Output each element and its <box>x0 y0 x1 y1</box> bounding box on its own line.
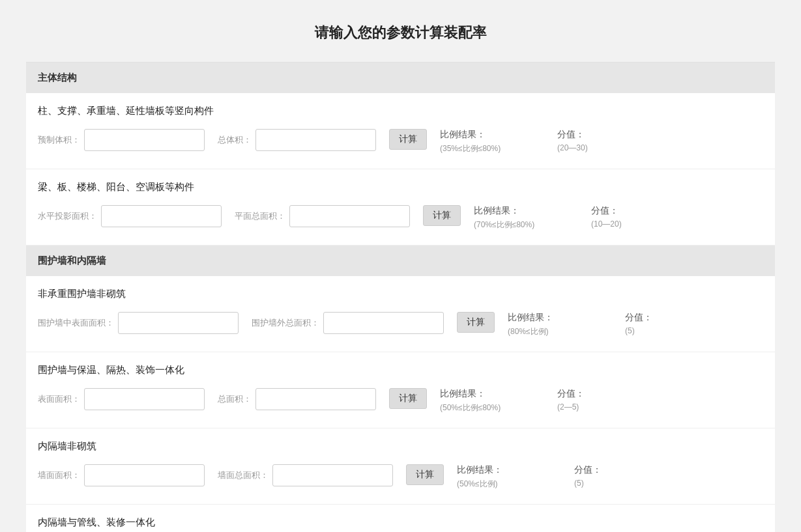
ratio-result-label: 比例结果： <box>440 388 544 400</box>
block-title: 非承重围护墙非砌筑 <box>38 288 763 300</box>
input-total-volume[interactable] <box>255 129 376 151</box>
input-wall-total-area[interactable] <box>272 464 393 486</box>
input-enclosure-outer-area[interactable] <box>323 312 444 334</box>
block-enclosure-integrated: 围护墙与保温、隔热、装饰一体化 表面面积： 总面积： 计算 比例结果： (50%… <box>26 352 775 428</box>
score-result: 分值： (2—5) <box>557 388 635 413</box>
score-result: 分值： (20—30) <box>557 129 635 154</box>
block-non-bearing-wall: 非承重围护墙非砌筑 围护墙中表面面积： 围护墙外总面积： 计算 比例结果： (8… <box>26 276 775 352</box>
ratio-result-label: 比例结果： <box>508 312 612 324</box>
field-label-total-area: 总面积： <box>218 393 252 405</box>
input-horizontal-projection-area[interactable] <box>101 205 222 227</box>
form-panel: 主体结构 柱、支撑、承重墙、延性墙板等竖向构件 预制体积： 总体积： 计算 比例… <box>26 62 775 532</box>
ratio-range: (70%≤比例≤80%) <box>474 219 578 231</box>
ratio-range: (50%≤比例) <box>457 479 561 490</box>
block-title: 围护墙与保温、隔热、装饰一体化 <box>38 364 763 376</box>
section-header-walls: 围护墙和内隔墙 <box>26 245 775 276</box>
block-vertical-components: 柱、支撑、承重墙、延性墙板等竖向构件 预制体积： 总体积： 计算 比例结果： (… <box>26 93 775 169</box>
ratio-result: 比例结果： (35%≤比例≤80%) <box>440 129 544 154</box>
field-label-wall-area: 墙面面积： <box>38 469 80 481</box>
score-range: (20—30) <box>557 143 635 152</box>
ratio-result: 比例结果： (50%≤比例≤80%) <box>440 388 544 413</box>
score-result: 分值： (5) <box>574 464 652 490</box>
score-label: 分值： <box>591 205 669 217</box>
field-label-horizontal-projection-area: 水平投影面积： <box>38 210 97 222</box>
field-label-surface-area: 表面面积： <box>38 393 80 405</box>
input-prefab-volume[interactable] <box>84 129 205 151</box>
input-surface-area[interactable] <box>84 388 205 410</box>
ratio-result-label: 比例结果： <box>440 129 544 141</box>
input-total-plan-area[interactable] <box>289 205 410 227</box>
input-total-area[interactable] <box>255 388 376 410</box>
block-title: 梁、板、楼梯、阳台、空调板等构件 <box>38 181 763 193</box>
block-partition-integrated: 内隔墙与管线、装修一体化 墙面面积： 墙面总面积： 计算 比例结果： (50%≤… <box>26 505 775 532</box>
field-label-prefab-volume: 预制体积： <box>38 134 80 146</box>
ratio-range: (80%≤比例) <box>508 326 612 337</box>
calc-button[interactable]: 计算 <box>389 388 427 409</box>
block-title: 内隔墙与管线、装修一体化 <box>38 516 763 529</box>
ratio-range: (35%≤比例≤80%) <box>440 143 544 154</box>
block-title: 柱、支撑、承重墙、延性墙板等竖向构件 <box>38 105 763 117</box>
score-label: 分值： <box>557 129 635 141</box>
ratio-result: 比例结果： (80%≤比例) <box>508 312 612 337</box>
block-title: 内隔墙非砌筑 <box>38 440 763 453</box>
score-result: 分值： (5) <box>625 312 703 337</box>
calc-button[interactable]: 计算 <box>389 129 427 150</box>
field-label-wall-total-area: 墙面总面积： <box>218 469 269 481</box>
score-label: 分值： <box>557 388 635 400</box>
input-wall-area[interactable] <box>84 464 205 486</box>
calc-button[interactable]: 计算 <box>457 312 495 333</box>
score-label: 分值： <box>625 312 703 324</box>
page-title: 请输入您的参数计算装配率 <box>26 0 775 62</box>
ratio-result-label: 比例结果： <box>474 205 578 217</box>
calc-button[interactable]: 计算 <box>406 464 444 485</box>
ratio-range: (50%≤比例≤80%) <box>440 402 544 413</box>
score-result: 分值： (10—20) <box>591 205 669 231</box>
field-label-total-volume: 总体积： <box>218 134 252 146</box>
field-label-enclosure-inner-area: 围护墙中表面面积： <box>38 317 114 329</box>
ratio-result: 比例结果： (50%≤比例) <box>457 464 561 490</box>
field-label-enclosure-outer-area: 围护墙外总面积： <box>252 317 319 329</box>
score-range: (2—5) <box>557 402 635 412</box>
input-enclosure-inner-area[interactable] <box>118 312 239 334</box>
score-label: 分值： <box>574 464 652 476</box>
score-range: (10—20) <box>591 219 669 229</box>
calc-button[interactable]: 计算 <box>423 205 461 226</box>
ratio-result: 比例结果： (70%≤比例≤80%) <box>474 205 578 231</box>
block-partition-non-masonry: 内隔墙非砌筑 墙面面积： 墙面总面积： 计算 比例结果： (50%≤比例) <box>26 428 775 505</box>
field-label-total-plan-area: 平面总面积： <box>235 210 285 222</box>
section-header-main-structure: 主体结构 <box>26 63 775 93</box>
block-horizontal-components: 梁、板、楼梯、阳台、空调板等构件 水平投影面积： 平面总面积： 计算 比例结果：… <box>26 169 775 245</box>
ratio-result-label: 比例结果： <box>457 464 561 476</box>
score-range: (5) <box>625 326 703 335</box>
score-range: (5) <box>574 479 652 488</box>
